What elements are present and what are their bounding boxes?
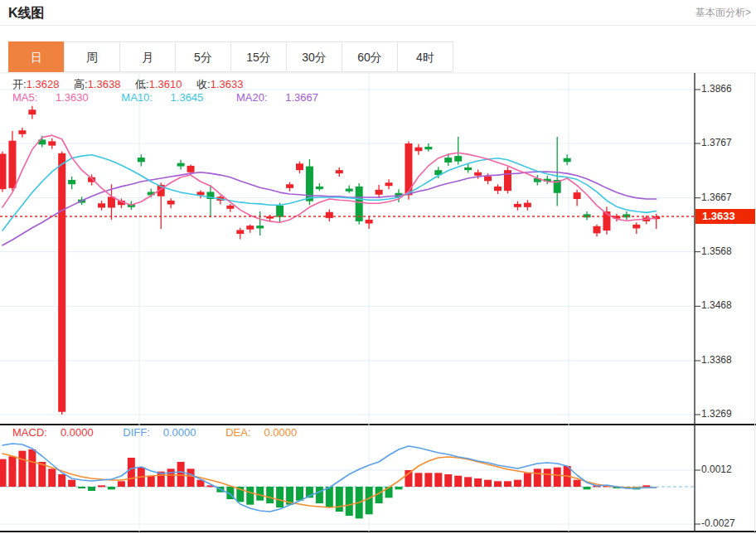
axis-tick-label: 1.3368 [701, 354, 732, 366]
axis-tick-label: 1.3866 [701, 83, 732, 95]
macd-value-legend: MACD:0.0000 [12, 426, 107, 439]
dea-value-legend: DEA:0.0000 [225, 426, 310, 439]
close-label: 收: [196, 78, 211, 90]
diff-value-legend: DIFF:0.0000 [123, 426, 209, 439]
tab-week[interactable]: 周 [64, 41, 120, 72]
period-tabs: 日 周 月 5分 15分 30分 60分 4时 [8, 41, 453, 72]
axis-tick-label: 1.3667 [701, 192, 732, 203]
current-price-badge: 1.3633 [695, 209, 755, 224]
tab-4hour[interactable]: 4时 [397, 41, 453, 72]
high-value: 1.3638 [88, 78, 121, 90]
axis-tick-label: 1.3568 [701, 245, 732, 257]
kline-widget: K线图 基本面分析> 日 周 月 5分 15分 30分 60分 4时 开:1.3… [0, 0, 756, 534]
tab-15min[interactable]: 15分 [230, 41, 287, 72]
tab-60min[interactable]: 60分 [342, 41, 398, 72]
tab-30min[interactable]: 30分 [286, 41, 342, 72]
title-divider [0, 25, 756, 26]
low-value: 1.3610 [149, 78, 182, 90]
ma-legend: MA5: 1.3630 MA10: 1.3645 MA20: 1.3667 [12, 91, 348, 104]
tab-day[interactable]: 日 [8, 41, 65, 72]
axis-tick-label: 1.3269 [701, 408, 732, 420]
fundamental-analysis-link[interactable]: 基本面分析> [695, 6, 751, 20]
open-label: 开: [12, 78, 27, 90]
axis-tick-label: -0.0027 [701, 517, 735, 529]
ohlc-legend: 开:1.3628 高:1.3638 低:1.3610 收:1.3633 [12, 77, 254, 92]
axis-tick-label: 0.0012 [701, 464, 732, 475]
ma20-legend: MA20: 1.3667 [236, 91, 333, 104]
low-label: 低: [135, 78, 149, 90]
tab-5min[interactable]: 5分 [175, 41, 231, 72]
axis-tick-label: 1.3767 [701, 137, 732, 148]
tab-month[interactable]: 月 [119, 41, 176, 72]
high-label: 高: [74, 78, 88, 90]
macd-legend: MACD:0.0000 DIFF:0.0000 DEA:0.0000 [12, 426, 323, 439]
open-value: 1.3628 [27, 78, 60, 90]
ma5-legend: MA5: 1.3630 [12, 91, 104, 104]
ma10-legend: MA10: 1.3645 [121, 91, 218, 104]
page-title: K线图 [8, 5, 45, 22]
close-value: 1.3633 [211, 78, 244, 90]
axis-tick-label: 1.3468 [701, 299, 732, 311]
